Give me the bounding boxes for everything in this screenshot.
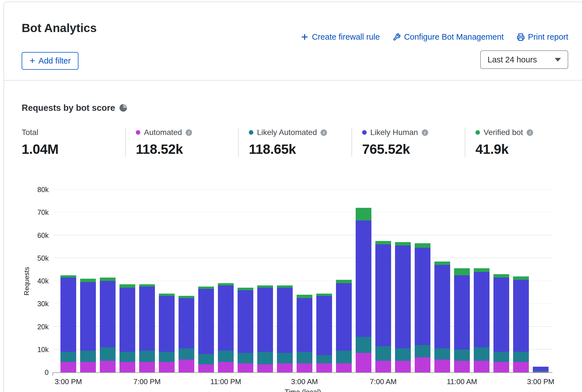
- bar-segment-likely-automated: [238, 353, 253, 363]
- total-value: 1.04M: [22, 141, 125, 157]
- stacked-bar[interactable]: [434, 262, 450, 372]
- gridline: [53, 235, 552, 235]
- y-tick-label: 80k: [24, 186, 49, 193]
- bar-segment-likely-automated: [100, 347, 116, 361]
- create-firewall-rule-link[interactable]: Create firewall rule: [301, 32, 380, 42]
- bar-segment-likely-human: [297, 298, 312, 352]
- bar-segment-verified-bot: [100, 278, 116, 281]
- stacked-bar[interactable]: [139, 284, 155, 372]
- info-icon[interactable]: i: [422, 129, 428, 136]
- bar-segment-likely-human: [277, 288, 293, 353]
- stacked-bar[interactable]: [297, 295, 312, 372]
- y-tick-label: 60k: [24, 232, 49, 239]
- stacked-bar[interactable]: [159, 294, 175, 372]
- plus-icon: [301, 33, 308, 41]
- bar-segment-likely-automated: [60, 352, 76, 362]
- stat-automated: Automated i 118.52k: [125, 127, 238, 157]
- bar-segment-automated: [336, 363, 352, 373]
- bar-segment-automated: [434, 360, 450, 372]
- stacked-bar[interactable]: [356, 208, 371, 372]
- automated-value: 118.52k: [136, 141, 238, 157]
- bar-segment-likely-automated: [297, 352, 312, 363]
- bar-segment-automated: [277, 363, 293, 373]
- plus-icon: +: [30, 56, 35, 65]
- x-tick-label: 3:00 PM: [55, 378, 82, 385]
- likely-human-value: 765.52k: [362, 141, 465, 157]
- bar-segment-automated: [100, 361, 116, 372]
- header-actions: Create firewall rule Configure Bot Manag…: [301, 32, 568, 42]
- stacked-bar[interactable]: [179, 296, 194, 372]
- page-title: Bot Analytics: [22, 22, 97, 34]
- stacked-bar[interactable]: [415, 243, 430, 372]
- bar-segment-likely-automated: [179, 348, 194, 360]
- bar-segment-likely-automated: [277, 353, 293, 363]
- bar-segment-likely-human: [119, 288, 135, 352]
- bar-segment-verified-bot: [375, 241, 391, 244]
- stacked-bar[interactable]: [198, 287, 214, 372]
- verified-bot-label: Verified bot: [484, 128, 523, 137]
- verified-bot-legend-dot: [475, 130, 480, 135]
- configure-bot-management-label: Configure Bot Management: [404, 32, 504, 42]
- bar-segment-verified-bot: [218, 283, 234, 285]
- stacked-bar[interactable]: [238, 288, 253, 372]
- stacked-bar[interactable]: [336, 280, 352, 372]
- gridline: [53, 189, 552, 190]
- info-icon[interactable]: i: [186, 129, 192, 136]
- y-tick-label: 50k: [24, 254, 49, 262]
- y-tick-label: 20k: [24, 323, 49, 330]
- bar-segment-automated: [119, 362, 135, 372]
- configure-bot-management-link[interactable]: Configure Bot Management: [393, 32, 504, 42]
- wrench-icon: [393, 33, 401, 41]
- bar-segment-verified-bot: [454, 268, 470, 275]
- print-report-link[interactable]: Print report: [517, 32, 568, 42]
- stacked-bar[interactable]: [513, 276, 529, 372]
- x-tick-label: 11:00 AM: [447, 378, 477, 385]
- stacked-bar[interactable]: [375, 241, 391, 372]
- bar-segment-likely-automated: [139, 351, 155, 362]
- stacked-bar[interactable]: [60, 275, 76, 372]
- x-tick-label: 3:00 AM: [291, 378, 318, 385]
- bar-segment-automated: [297, 363, 312, 373]
- section-header: Requests by bot score: [22, 103, 582, 112]
- stacked-bar[interactable]: [100, 278, 116, 372]
- bar-segment-likely-human: [356, 220, 371, 337]
- stacked-bar[interactable]: [316, 294, 332, 372]
- automated-legend-dot: [136, 130, 140, 135]
- bar-segment-verified-bot: [238, 288, 253, 290]
- bar-segment-verified-bot: [434, 262, 450, 265]
- stacked-bar[interactable]: [395, 242, 411, 372]
- bar-segment-verified-bot: [139, 284, 155, 287]
- time-range-select[interactable]: Last 24 hours: [480, 50, 568, 69]
- bar-segment-likely-human: [218, 285, 234, 351]
- stat-verified-bot: Verified bot i 41.9k: [465, 127, 574, 157]
- stacked-bar[interactable]: [277, 285, 293, 372]
- x-axis-label: Time (local): [285, 388, 321, 392]
- info-icon[interactable]: i: [321, 129, 327, 136]
- y-tick-label: 40k: [24, 278, 49, 285]
- stacked-bar[interactable]: [218, 283, 234, 372]
- bar-segment-likely-human: [533, 367, 549, 371]
- stacked-bar[interactable]: [80, 279, 96, 372]
- bar-segment-likely-automated: [198, 354, 214, 364]
- stacked-bar[interactable]: [119, 284, 135, 372]
- section-title: Requests by bot score: [22, 103, 115, 112]
- requests-chart: Requests Time (local) 010k20k30k40k50k60…: [22, 190, 582, 392]
- pie-chart-icon: [119, 104, 127, 112]
- stacked-bar[interactable]: [493, 274, 509, 372]
- stacked-bar[interactable]: [257, 285, 273, 372]
- bar-segment-automated: [316, 363, 332, 373]
- stacked-bar[interactable]: [454, 268, 470, 372]
- bar-segment-automated: [139, 362, 155, 372]
- stacked-bar[interactable]: [474, 268, 489, 372]
- bar-segment-likely-automated: [218, 351, 234, 362]
- bar-segment-likely-automated: [375, 346, 391, 361]
- header: Bot Analytics Create firewall rule Confi…: [4, 2, 582, 80]
- total-label: Total: [22, 128, 38, 137]
- bar-segment-verified-bot: [159, 294, 175, 296]
- bar-segment-likely-human: [415, 248, 430, 345]
- bar-segment-likely-human: [336, 283, 352, 351]
- stacked-bar[interactable]: [533, 367, 549, 372]
- bar-segment-likely-automated: [316, 355, 332, 363]
- info-icon[interactable]: i: [527, 129, 533, 136]
- add-filter-button[interactable]: + Add filter: [22, 52, 78, 70]
